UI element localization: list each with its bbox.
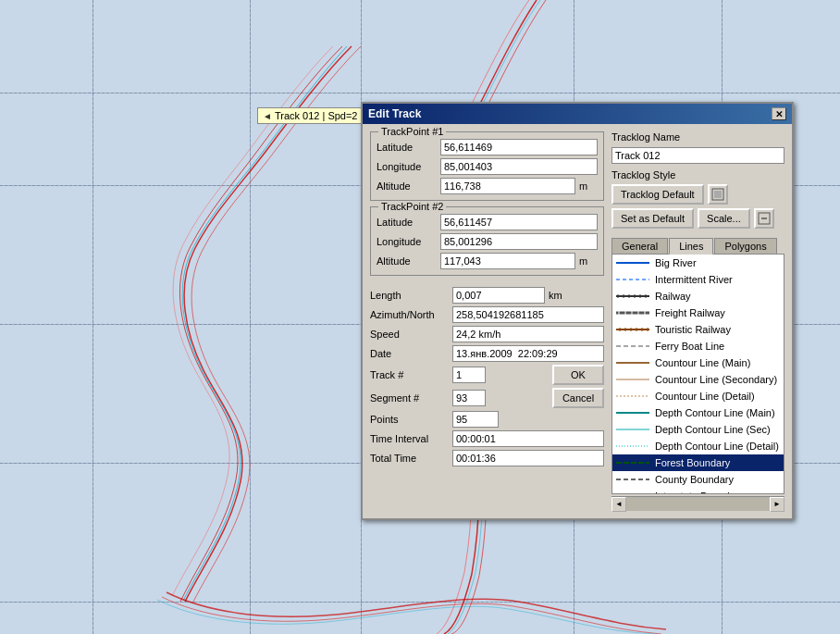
- lines-list-item[interactable]: Big River: [612, 255, 784, 271]
- tp2-longitude-label: Longitude: [377, 236, 437, 247]
- line-preview-icon: [616, 425, 649, 434]
- lines-list-item[interactable]: Countour Line (Main): [612, 354, 784, 371]
- line-preview-icon: [616, 308, 649, 317]
- lines-list-item-label: Intermittent River: [655, 274, 733, 285]
- total-time-input[interactable]: [452, 450, 604, 466]
- lines-list-item[interactable]: Depth Contour Line (Main): [612, 404, 784, 421]
- lines-list-item[interactable]: Ferry Boat Line: [612, 338, 784, 354]
- points-row: Points: [370, 411, 604, 428]
- points-label: Points: [370, 414, 449, 425]
- lines-list-item[interactable]: Forest Boundary: [612, 454, 784, 471]
- line-preview-icon: [616, 458, 649, 467]
- line-preview-icon: [616, 325, 649, 334]
- tp1-altitude-input[interactable]: [440, 178, 575, 194]
- lines-list-item-label: Touristic Railway: [655, 324, 731, 335]
- tp1-altitude-label: Altitude: [377, 180, 437, 192]
- scale-button[interactable]: Scale...: [698, 208, 750, 229]
- trackpoint2-group: TrackPoint #2 Latitude Longitude Altitud…: [370, 206, 604, 276]
- tp1-altitude-unit: m: [579, 180, 598, 192]
- total-time-label: Total Time: [370, 453, 449, 464]
- segment-num-input[interactable]: [452, 390, 486, 406]
- tracklog-style-label: Tracklog Style: [611, 169, 784, 180]
- track-tooltip: ◄ Track 012 | Spd=2: [257, 107, 364, 124]
- speed-input[interactable]: [452, 326, 604, 342]
- tab-general[interactable]: General: [611, 238, 668, 255]
- tracklog-name-label: Tracklog Name: [611, 131, 784, 143]
- trackpoint1-group: TrackPoint #1 Latitude Longitude Altitud…: [370, 131, 604, 201]
- tp2-altitude-row: Altitude m: [377, 253, 598, 269]
- date-input[interactable]: [452, 345, 604, 362]
- length-unit: km: [549, 290, 572, 301]
- style-icon-button-1[interactable]: [708, 184, 728, 205]
- track-num-label: Track #: [370, 369, 449, 380]
- time-interval-label: Time Interval: [370, 433, 449, 444]
- scrollbar-h-track[interactable]: [626, 497, 770, 511]
- lines-list-item-label: Ferry Boat Line: [655, 341, 724, 352]
- lines-list-item-label: Countour Line (Secondary): [655, 374, 777, 385]
- scrollbar-left-button[interactable]: ◄: [611, 497, 626, 512]
- line-preview-icon: [616, 475, 649, 484]
- tab-lines[interactable]: Lines: [669, 238, 713, 255]
- lines-list-item[interactable]: Touristic Railway: [612, 321, 784, 338]
- cancel-button[interactable]: Cancel: [552, 388, 604, 408]
- points-input[interactable]: [452, 411, 499, 428]
- tabs-section: General Lines Polygons Big RiverIntermit…: [611, 234, 784, 511]
- total-time-row: Total Time: [370, 450, 604, 466]
- length-row: Length km: [370, 287, 604, 304]
- tracklog-name-input[interactable]: [611, 147, 784, 164]
- edit-track-dialog: Edit Track ✕ TrackPoint #1 Latitude Long…: [361, 102, 794, 520]
- dialog-close-button[interactable]: ✕: [772, 107, 786, 120]
- track-num-row: Track # OK: [370, 365, 604, 385]
- ok-button[interactable]: OK: [552, 365, 604, 385]
- azimuth-input[interactable]: [452, 306, 604, 323]
- date-row: Date: [370, 345, 604, 362]
- tp2-altitude-input[interactable]: [440, 253, 575, 269]
- azimuth-row: Azimuth/North: [370, 306, 604, 323]
- tp1-longitude-label: Longitude: [377, 161, 437, 172]
- lines-list-item[interactable]: Railway: [612, 288, 784, 305]
- lines-list-item[interactable]: Depth Contour Line (Sec): [612, 421, 784, 438]
- lines-list-item-label: Freight Railway: [655, 307, 725, 318]
- lines-list-item-label: Depth Contour Line (Detail): [655, 441, 779, 452]
- lines-list-item[interactable]: Countour Line (Detail): [612, 388, 784, 404]
- lines-list-item[interactable]: Intermittent River: [612, 271, 784, 288]
- tracklog-default-button[interactable]: Tracklog Default: [611, 184, 704, 205]
- line-preview-icon: [616, 392, 649, 401]
- line-preview-icon: [616, 275, 649, 284]
- horizontal-scrollbar[interactable]: ◄ ►: [611, 496, 784, 511]
- lines-list-item[interactable]: County Boundary: [612, 471, 784, 488]
- right-panel: Tracklog Name Tracklog Style Tracklog De…: [611, 131, 784, 511]
- fields-section: Length km Azimuth/North Speed Date: [370, 287, 604, 466]
- tp1-longitude-row: Longitude: [377, 158, 598, 175]
- tp1-latitude-input[interactable]: [440, 139, 598, 155]
- tp2-latitude-label: Latitude: [377, 217, 437, 228]
- lines-list-item-label: Depth Contour Line (Sec): [655, 424, 771, 435]
- line-preview-icon: [616, 491, 649, 494]
- lines-list-item[interactable]: Depth Contour Line (Detail): [612, 438, 784, 454]
- tp1-latitude-row: Latitude: [377, 139, 598, 155]
- line-preview-icon: [616, 292, 649, 301]
- lines-list[interactable]: Big RiverIntermittent RiverRailwayFreigh…: [611, 254, 784, 494]
- length-input[interactable]: [452, 287, 545, 304]
- tp2-longitude-input[interactable]: [440, 233, 598, 250]
- lines-list-item-label: Interstate Boundary: [655, 491, 744, 494]
- lines-list-item-label: Big River: [655, 257, 697, 268]
- tab-polygons[interactable]: Polygons: [714, 238, 776, 255]
- tp1-longitude-input[interactable]: [440, 158, 598, 175]
- scrollbar-right-button[interactable]: ►: [770, 497, 784, 512]
- lines-list-item[interactable]: Freight Railway: [612, 305, 784, 321]
- lines-list-item-label: Countour Line (Main): [655, 357, 750, 368]
- segment-num-label: Segment #: [370, 392, 449, 404]
- style-buttons-row: Tracklog Default: [611, 184, 784, 205]
- tp2-longitude-row: Longitude: [377, 233, 598, 250]
- time-interval-input[interactable]: [452, 430, 604, 447]
- svg-rect-1: [714, 191, 722, 198]
- track-num-input[interactable]: [452, 367, 486, 383]
- lines-list-item[interactable]: Countour Line (Secondary): [612, 371, 784, 388]
- style-icon-button-2[interactable]: [754, 208, 774, 229]
- segment-num-row: Segment # Cancel: [370, 388, 604, 408]
- set-as-default-button[interactable]: Set as Default: [611, 208, 694, 229]
- tp2-latitude-input[interactable]: [440, 214, 598, 230]
- lines-list-item[interactable]: Interstate Boundary: [612, 488, 784, 494]
- tracklog-style-section: Tracklog Style Tracklog Default Set as D…: [611, 169, 784, 229]
